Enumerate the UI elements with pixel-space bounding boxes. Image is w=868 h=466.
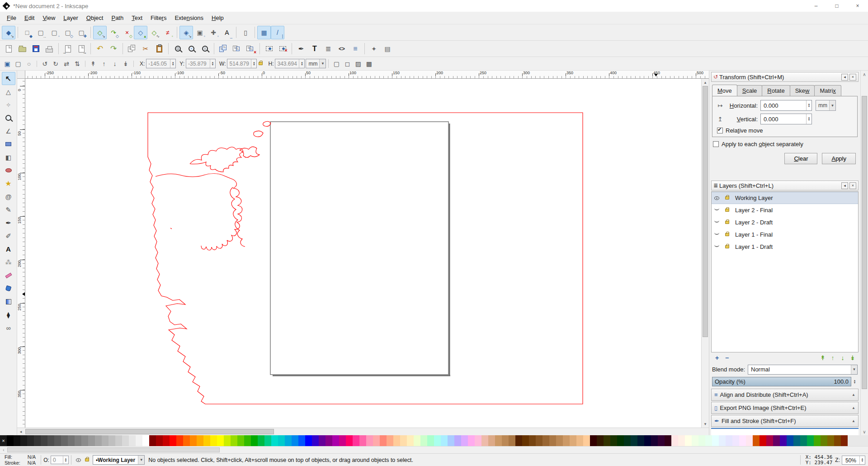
snapbar-snap-text-baselines[interactable]: A_ xyxy=(220,26,234,39)
panel-close-button[interactable]: × xyxy=(849,74,856,81)
color-swatch[interactable] xyxy=(20,435,27,446)
lock-open-icon[interactable] xyxy=(725,233,729,236)
tool-selector[interactable]: ↖ xyxy=(2,72,15,85)
tab-skew[interactable]: Skew xyxy=(790,85,815,96)
snapbar-snap-enable[interactable]: ◆↘ xyxy=(2,26,15,39)
raise-layer[interactable]: ↑ xyxy=(828,353,838,362)
lock-open-icon[interactable] xyxy=(725,221,729,224)
height-input[interactable]: 343.694 ▲▼ xyxy=(275,59,305,68)
color-swatch[interactable] xyxy=(468,435,475,446)
color-swatch[interactable] xyxy=(441,435,448,446)
ctrl-affect-scale-corners[interactable]: ◻ xyxy=(342,58,353,69)
color-swatch[interactable] xyxy=(149,435,156,446)
color-swatch[interactable] xyxy=(780,435,787,446)
color-swatch[interactable] xyxy=(339,435,346,446)
menu-edit[interactable]: Edit xyxy=(20,13,38,23)
cmd-new-document[interactable] xyxy=(2,42,15,56)
tool-gradient[interactable] xyxy=(2,295,15,308)
cmd-print-document[interactable] xyxy=(42,42,56,56)
eye-open-icon[interactable] xyxy=(714,196,719,200)
tool-node-editor[interactable]: △ xyxy=(2,85,15,98)
snapbar-snap-object-centers[interactable]: ▣◦ xyxy=(193,26,207,39)
color-swatch[interactable] xyxy=(47,435,54,446)
cmd-zoom-to-page[interactable] xyxy=(198,42,212,56)
tab-scale[interactable]: Scale xyxy=(737,85,763,96)
cmd-text-and-font-dialog[interactable]: T xyxy=(308,42,321,56)
color-swatch[interactable] xyxy=(624,435,631,446)
tool-dropper[interactable]: ⧫ xyxy=(2,308,15,321)
layer-row[interactable]: Layer 1 - Final xyxy=(712,228,858,241)
color-swatch[interactable] xyxy=(163,435,170,446)
cmd-document-properties[interactable]: ▤ xyxy=(381,42,394,56)
color-swatch[interactable] xyxy=(563,435,570,446)
opacity-spinner[interactable]: ▲▼ xyxy=(852,380,858,384)
color-swatch[interactable] xyxy=(502,435,509,446)
color-swatch[interactable] xyxy=(793,435,800,446)
blend-dropdown-arrow[interactable]: ▼ xyxy=(851,365,857,374)
snapbar-snap-others[interactable]: ◈↘ xyxy=(179,26,193,39)
menu-help[interactable]: Help xyxy=(208,13,228,23)
layer-dropdown-arrow[interactable]: ▼ xyxy=(138,456,144,464)
tab-rotate[interactable]: Rotate xyxy=(762,85,790,96)
apply-each-checkbox[interactable]: Apply to each object separately xyxy=(713,141,858,147)
color-swatch[interactable] xyxy=(41,435,47,446)
apply-button[interactable]: Apply xyxy=(822,153,856,164)
color-swatch[interactable] xyxy=(576,435,583,446)
color-swatch[interactable] xyxy=(509,435,515,446)
color-swatch[interactable] xyxy=(800,435,807,446)
relative-move-checkbox-box[interactable] xyxy=(717,128,723,133)
color-swatch[interactable] xyxy=(251,435,258,446)
vertical-input[interactable]: 0.000 ▲▼ xyxy=(760,114,812,124)
cmd-paste[interactable] xyxy=(152,42,166,56)
cmd-zoom-to-selection[interactable] xyxy=(171,42,184,56)
close-button[interactable]: × xyxy=(847,0,868,12)
color-swatch[interactable] xyxy=(631,435,637,446)
cmd-cut[interactable]: ✂ xyxy=(139,42,152,56)
menu-file[interactable]: File xyxy=(3,13,20,23)
ctrl-rotate-90-ccw[interactable]: ↺ xyxy=(39,58,50,69)
color-swatch[interactable] xyxy=(529,435,536,446)
color-swatch[interactable] xyxy=(34,435,41,446)
color-swatch[interactable] xyxy=(298,435,305,446)
menu-object[interactable]: Object xyxy=(82,13,108,23)
cmd-xml-editor[interactable]: <> xyxy=(335,42,349,56)
tool-measure[interactable]: ∠ xyxy=(2,124,15,138)
color-swatch[interactable] xyxy=(68,435,75,446)
color-swatch[interactable] xyxy=(583,435,590,446)
snapbar-snap-nodes[interactable]: ◇↘ xyxy=(93,26,107,39)
ctrl-lower-to-bottom[interactable]: ↡ xyxy=(120,58,131,69)
color-swatch[interactable] xyxy=(366,435,373,446)
menu-view[interactable]: View xyxy=(38,13,59,23)
color-swatch[interactable] xyxy=(393,435,400,446)
color-swatch[interactable] xyxy=(407,435,414,446)
horizontal-spinner[interactable]: ▲▼ xyxy=(806,100,811,110)
color-swatch[interactable] xyxy=(834,435,841,446)
snapbar-snap-bbox-edge-midpoints[interactable]: ▢◇ xyxy=(61,26,75,39)
x-input[interactable]: -145.05 ▲▼ xyxy=(146,59,176,68)
tab-matrix[interactable]: Matrix xyxy=(814,85,841,96)
color-swatch[interactable] xyxy=(814,435,821,446)
color-swatch[interactable] xyxy=(353,435,359,446)
palette-scroll-thumb[interactable] xyxy=(7,447,220,452)
color-swatch[interactable] xyxy=(705,435,712,446)
color-swatch[interactable] xyxy=(197,435,203,446)
tab-move[interactable]: Move xyxy=(712,85,737,96)
snapbar-snap-to-paths[interactable]: ↷◇ xyxy=(107,26,120,39)
color-swatch[interactable] xyxy=(108,435,115,446)
cmd-save-document[interactable] xyxy=(29,42,42,56)
panel-dock-button[interactable]: ◂ xyxy=(841,182,848,189)
color-swatch[interactable] xyxy=(400,435,407,446)
color-swatch[interactable] xyxy=(766,435,773,446)
color-swatch[interactable] xyxy=(224,435,231,446)
color-swatch[interactable] xyxy=(326,435,332,446)
ctrl-raise[interactable]: ↑ xyxy=(99,58,109,69)
color-swatch[interactable] xyxy=(203,435,210,446)
tool-pencil[interactable]: ✎ xyxy=(2,203,15,216)
color-swatch[interactable] xyxy=(27,435,34,446)
object-opacity-input[interactable]: 0 ▲▼ xyxy=(51,456,69,464)
snapbar-snap-rotation-centers[interactable]: ✚◦ xyxy=(207,26,220,39)
zoom-spinner[interactable]: ▲▼ xyxy=(859,456,865,464)
zoom-input[interactable]: 50% ▲▼ xyxy=(842,456,865,465)
y-input[interactable]: -35.879 ▲▼ xyxy=(186,59,216,68)
color-swatch[interactable] xyxy=(387,435,393,446)
